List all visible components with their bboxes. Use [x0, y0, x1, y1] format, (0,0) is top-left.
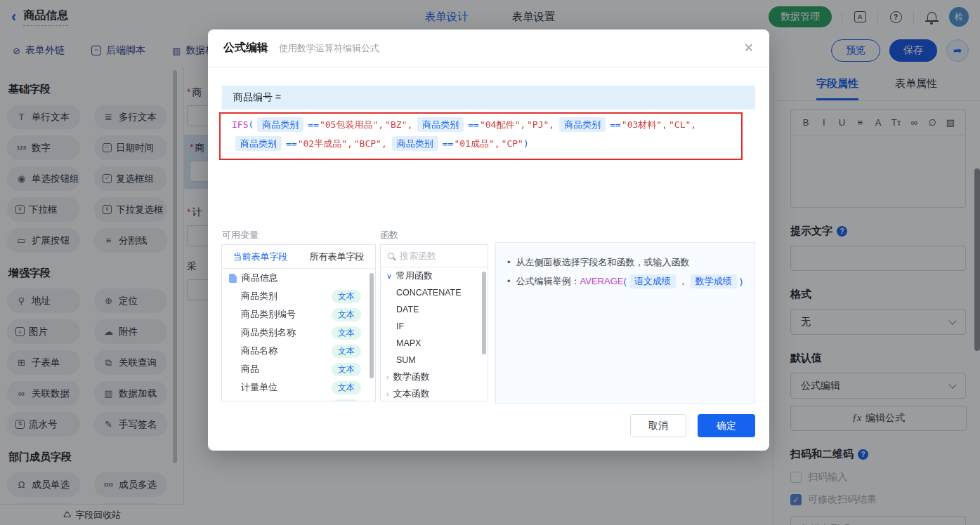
form-doc-icon: [229, 274, 237, 283]
function-item[interactable]: IF: [381, 318, 488, 335]
variables-tree-root[interactable]: 商品信息: [222, 269, 375, 287]
variable-row[interactable]: 文本: [222, 397, 375, 401]
close-icon[interactable]: ✕: [744, 41, 754, 55]
modal-header: 公式编辑 使用数学运算符编辑公式 ✕: [208, 29, 769, 67]
variable-name: 商品: [241, 363, 332, 376]
functions-scrollbar[interactable]: [482, 272, 486, 354]
function-group-collapsed[interactable]: ›数学函数: [381, 368, 488, 385]
form-name: 商品信息: [242, 272, 278, 284]
function-item[interactable]: MAPX: [381, 335, 488, 352]
variables-label: 可用变量: [222, 229, 259, 241]
chevron-right-icon: ›: [386, 373, 389, 381]
bullet-icon: •: [507, 276, 511, 286]
example-field-chip: 数学成绩: [691, 274, 737, 288]
cancel-button[interactable]: 取消: [630, 414, 686, 437]
function-group-name: 常用函数: [396, 270, 433, 282]
variables-panel: 当前表单字段 所有表单字段 商品信息 商品类别文本商品类别编号文本商品类别名称文…: [221, 244, 376, 401]
variable-row[interactable]: 商品文本: [222, 360, 375, 378]
hint-line-2: •公式编辑举例：AVERAGE(语文成绩，数学成绩): [507, 272, 743, 291]
function-group-name: 文本函数: [393, 387, 430, 400]
tab-current-form-fields[interactable]: 当前表单字段: [222, 245, 299, 268]
variable-row[interactable]: 商品名称文本: [222, 342, 375, 360]
function-search[interactable]: [381, 245, 488, 267]
formula-highlight-annotation: [219, 112, 743, 160]
variables-scrollbar[interactable]: [370, 273, 374, 378]
variable-row[interactable]: 商品类别文本: [222, 287, 375, 305]
functions-panel: ∨常用函数CONCATENATEDATEIFMAPXSUM›数学函数›文本函数: [380, 244, 488, 401]
variable-type-badge: 文本: [332, 290, 361, 303]
formula-editor-modal: 公式编辑 使用数学运算符编辑公式 ✕ 商品编号 = IFS(商品类别=="05包…: [208, 29, 769, 451]
variable-row[interactable]: 商品类别编号文本: [222, 305, 375, 324]
variable-name: 商品名称: [241, 345, 332, 357]
variable-type-badge: 文本: [332, 326, 361, 340]
variable-name: 计量单位: [241, 381, 332, 394]
function-item[interactable]: DATE: [381, 301, 488, 318]
formula-hints: •从左侧面板选择字段名和函数，或输入函数 •公式编辑举例：AVERAGE(语文成…: [495, 242, 755, 404]
variable-type-badge: 文本: [332, 381, 361, 394]
tab-all-form-fields[interactable]: 所有表单字段: [299, 245, 375, 268]
modal-title: 公式编辑: [223, 41, 268, 55]
variable-type-badge: 文本: [332, 345, 361, 358]
chevron-down-icon: ∨: [386, 272, 392, 281]
search-icon: [388, 253, 394, 259]
example-field-chip: 语文成绩: [629, 274, 676, 288]
variable-row[interactable]: 商品类别名称文本: [222, 324, 375, 342]
variable-type-badge: 文本: [332, 399, 361, 402]
modal-subtitle: 使用数学运算符编辑公式: [279, 42, 379, 55]
functions-list: ∨常用函数CONCATENATEDATEIFMAPXSUM›数学函数›文本函数: [381, 267, 488, 401]
chevron-right-icon: ›: [386, 390, 389, 398]
function-search-input[interactable]: [400, 251, 470, 261]
function-group-collapsed[interactable]: ›文本函数: [381, 385, 488, 401]
variables-tabs: 当前表单字段 所有表单字段: [222, 245, 375, 269]
variable-name: 商品类别: [241, 290, 332, 303]
variable-name: 商品类别编号: [241, 308, 332, 321]
variable-type-badge: 文本: [332, 308, 361, 321]
variables-list: 商品类别文本商品类别编号文本商品类别名称文本商品名称文本商品文本计量单位文本文本: [222, 287, 375, 401]
function-item[interactable]: SUM: [381, 352, 488, 368]
formula-target-field: 商品编号 =: [222, 86, 755, 109]
bullet-icon: •: [507, 257, 511, 267]
example-function-name: AVERAGE: [580, 276, 624, 286]
functions-label: 函数: [380, 229, 398, 241]
function-item[interactable]: CONCATENATE: [381, 284, 488, 301]
variable-type-badge: 文本: [332, 363, 361, 376]
variable-name: 商品类别名称: [241, 326, 332, 339]
function-group-expanded[interactable]: ∨常用函数: [381, 267, 488, 284]
confirm-button[interactable]: 确定: [698, 414, 755, 437]
variable-row[interactable]: 计量单位文本: [222, 378, 375, 397]
modal-footer: 取消 确定: [630, 414, 755, 437]
hint-line-1: •从左侧面板选择字段名和函数，或输入函数: [507, 253, 743, 272]
function-group-name: 数学函数: [393, 371, 430, 383]
